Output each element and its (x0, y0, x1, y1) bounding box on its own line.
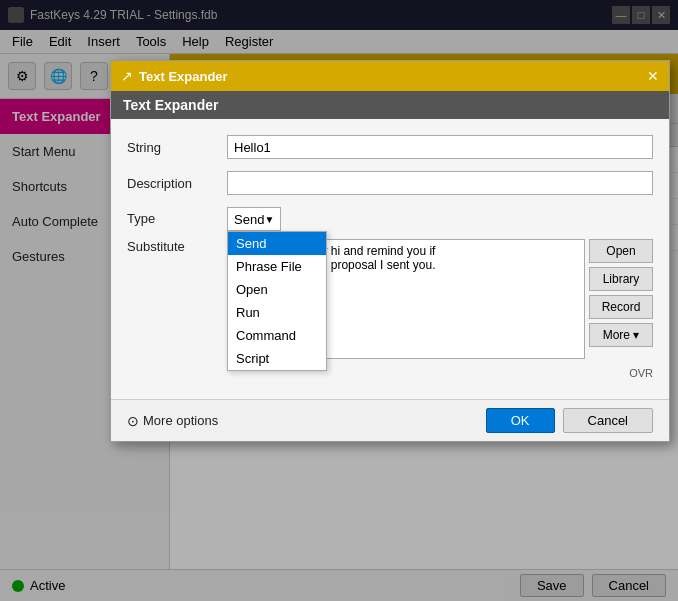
string-input[interactable] (227, 135, 653, 159)
option-open[interactable]: Open (228, 278, 326, 301)
dropdown-arrow-icon: ▼ (264, 214, 274, 225)
string-label: String (127, 140, 227, 155)
more-options-button[interactable]: ⊙ More options (127, 413, 218, 429)
string-row: String (127, 135, 653, 159)
option-phrase-file[interactable]: Phrase File (228, 255, 326, 278)
ovr-label: OVR (127, 367, 653, 379)
modal-footer: ⊙ More options OK Cancel (111, 399, 669, 441)
modal-cancel-button[interactable]: Cancel (563, 408, 653, 433)
modal-close-button[interactable]: ✕ (647, 68, 659, 84)
record-button[interactable]: Record (589, 295, 653, 319)
description-row: Description (127, 171, 653, 195)
ok-button[interactable]: OK (486, 408, 555, 433)
modal-dialog: ↗ Text Expander ✕ Text Expander String D… (110, 60, 670, 442)
option-send[interactable]: Send (228, 232, 326, 255)
modal-body: String Description Type Send ▼ Se (111, 119, 669, 399)
substitute-row: Substitute I just called to say hi and r… (127, 239, 653, 359)
open-button[interactable]: Open (589, 239, 653, 263)
library-button[interactable]: Library (589, 267, 653, 291)
substitute-buttons: Open Library Record More ▾ (589, 239, 653, 359)
description-label: Description (127, 176, 227, 191)
type-row: Type Send ▼ Send Phrase File Open Run Co… (127, 207, 653, 231)
chevron-down-icon: ⊙ (127, 413, 139, 429)
modal-overlay: ↗ Text Expander ✕ Text Expander String D… (0, 0, 678, 601)
type-dropdown-container: Send ▼ Send Phrase File Open Run Command… (227, 207, 281, 231)
substitute-label: Substitute (127, 239, 227, 254)
modal-action-buttons: OK Cancel (486, 408, 653, 433)
option-script[interactable]: Script (228, 347, 326, 370)
description-input[interactable] (227, 171, 653, 195)
type-selected-value: Send (234, 212, 264, 227)
more-options-label: More options (143, 413, 218, 428)
type-select[interactable]: Send ▼ (227, 207, 281, 231)
type-label: Type (127, 207, 227, 226)
modal-inner-title: Text Expander (111, 91, 669, 119)
type-dropdown-list[interactable]: Send Phrase File Open Run Command Script (227, 231, 327, 371)
option-run[interactable]: Run (228, 301, 326, 324)
more-button[interactable]: More ▾ (589, 323, 653, 347)
modal-title: Text Expander (139, 69, 228, 84)
option-command[interactable]: Command (228, 324, 326, 347)
modal-titlebar: ↗ Text Expander ✕ (111, 61, 669, 91)
